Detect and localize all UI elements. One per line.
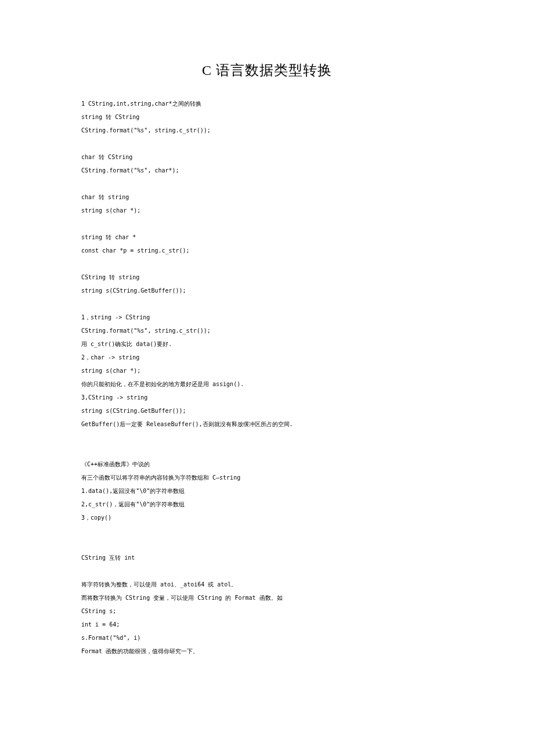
- text-line: 1，string -> CString: [81, 311, 453, 324]
- blank-line: [81, 564, 453, 578]
- text-line: CString 互转 int: [81, 551, 453, 564]
- text-line: 《C++标准函数库》中说的: [81, 458, 453, 471]
- blank-line: [81, 524, 453, 538]
- document-title: C 语言数据类型转换: [81, 61, 453, 80]
- blank-line: [81, 297, 453, 311]
- text-line: CString.format("%s", string.c_str());: [81, 124, 453, 137]
- text-line: Format 函数的功能很强，值得你研究一下。: [81, 645, 453, 658]
- text-line: CString s;: [81, 604, 453, 618]
- text-line: string 转 char *: [81, 231, 453, 244]
- text-line: s.Format("%d", i): [81, 631, 453, 645]
- text-line: string s(char *);: [81, 364, 453, 377]
- text-line: 而将数字转换为 CString 变量，可以使用 CString 的 Format…: [81, 591, 453, 604]
- document-body: 1 CString,int,string,char*之间的转换string 转 …: [81, 97, 453, 658]
- text-line: 有三个函数可以将字符串的内容转换为字符数组和 C—string: [81, 471, 453, 484]
- blank-line: [81, 177, 453, 190]
- text-line: 用 c_str()确实比 data()要好.: [81, 337, 453, 351]
- blank-line: [81, 217, 453, 231]
- text-line: 1 CString,int,string,char*之间的转换: [81, 97, 453, 110]
- text-line: 1.data(),返回没有"\0"的字符串数组: [81, 484, 453, 498]
- text-line: 3,CString -> string: [81, 391, 453, 404]
- text-line: char 转 string: [81, 190, 453, 204]
- text-line: CString.format("%s", char*);: [81, 164, 453, 177]
- blank-line: [81, 137, 453, 150]
- text-line: string s(char *);: [81, 204, 453, 217]
- blank-line: [81, 431, 453, 444]
- text-line: CString 转 string: [81, 271, 453, 284]
- text-line: const char *p = string.c_str();: [81, 244, 453, 257]
- text-line: 3，copy(): [81, 511, 453, 524]
- text-line: string s(CString.GetBuffer());: [81, 404, 453, 417]
- text-line: CString.format("%s", string.c_str());: [81, 324, 453, 337]
- blank-line: [81, 444, 453, 458]
- blank-line: [81, 257, 453, 271]
- text-line: 2，char -> string: [81, 351, 453, 364]
- text-line: 2,c_str()，返回有"\0"的字符串数组: [81, 498, 453, 511]
- text-line: 你的只能初始化，在不是初始化的地方最好还是用 assign().: [81, 377, 453, 391]
- text-line: string s(CString.GetBuffer());: [81, 284, 453, 297]
- blank-line: [81, 538, 453, 551]
- text-line: string 转 CString: [81, 110, 453, 124]
- text-line: GetBuffer()后一定要 ReleaseBuffer(),否则就没有释放缓…: [81, 417, 453, 431]
- text-line: 将字符转换为整数，可以使用 atoi、_atoi64 或 atol。: [81, 578, 453, 591]
- text-line: int i = 64;: [81, 618, 453, 631]
- text-line: char 转 CString: [81, 150, 453, 164]
